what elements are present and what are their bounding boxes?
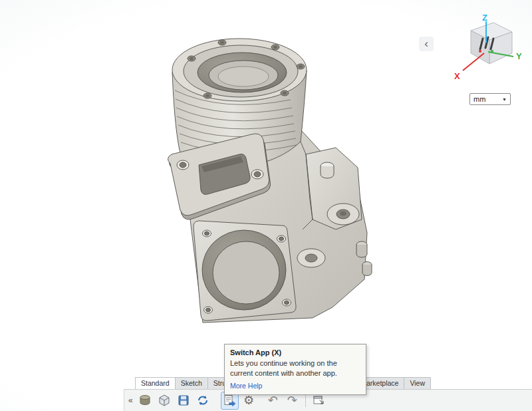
more-help-link[interactable]: More Help bbox=[225, 378, 366, 394]
switch-app-tooltip: Switch App (X) Lets you continue working… bbox=[224, 344, 366, 395]
chevron-left-icon: ‹ bbox=[424, 37, 428, 50]
tab-standard[interactable]: Standard bbox=[135, 377, 176, 389]
undo-icon: ↶ bbox=[268, 394, 278, 406]
box-icon bbox=[158, 394, 171, 407]
box-tool-button[interactable] bbox=[156, 392, 174, 410]
unit-dropdown[interactable]: mm ▼ bbox=[469, 93, 511, 105]
tab-sketch[interactable]: Sketch bbox=[175, 377, 208, 389]
tab-view[interactable]: View bbox=[404, 377, 431, 389]
save-button[interactable] bbox=[175, 392, 193, 410]
cad-app-window: { "viewcube": { "axis_x": "X", "axis_y":… bbox=[0, 0, 532, 411]
sync-refresh-icon bbox=[196, 394, 209, 407]
toolbar-collapse-icon[interactable]: « bbox=[127, 396, 136, 405]
axis-y-label: Y bbox=[516, 52, 522, 61]
view-cube-graphic bbox=[455, 15, 521, 85]
part-cylinder-icon bbox=[138, 394, 152, 407]
view-cube[interactable]: Z Y X bbox=[455, 15, 521, 85]
unit-value: mm bbox=[473, 95, 485, 103]
redo-icon: ↷ bbox=[287, 394, 297, 406]
sync-button[interactable] bbox=[194, 392, 212, 410]
panel-collapse-button[interactable]: ‹ bbox=[419, 37, 434, 51]
tooltip-body: Lets you continue working on the current… bbox=[225, 358, 366, 378]
toolbar-separator bbox=[305, 394, 306, 407]
save-icon bbox=[177, 394, 190, 407]
x-axis-line bbox=[463, 53, 484, 70]
crankcase-flange bbox=[194, 221, 296, 321]
dropdown-arrow-icon: ▼ bbox=[502, 97, 507, 102]
part-cylinder-button[interactable] bbox=[136, 392, 154, 410]
axis-z-label: Z bbox=[482, 13, 487, 22]
settings-gear-icon: ⚙ bbox=[243, 394, 254, 406]
app-window-icon bbox=[312, 394, 325, 407]
tooltip-title: Switch App (X) bbox=[225, 344, 366, 358]
axis-x-label: X bbox=[454, 72, 460, 80]
switch-app-icon bbox=[223, 394, 236, 407]
engine-block-model[interactable] bbox=[168, 39, 372, 323]
